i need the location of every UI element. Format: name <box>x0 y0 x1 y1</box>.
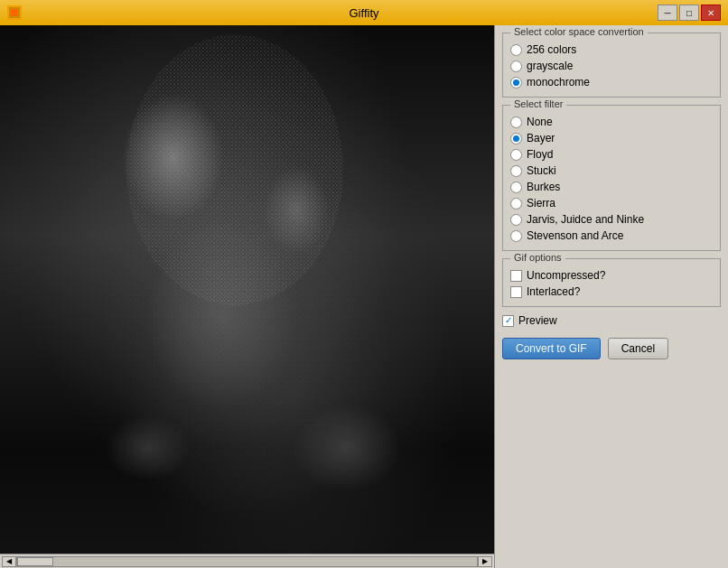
radio-monochrome-label: monochrome <box>527 76 590 88</box>
radio-grayscale-circle <box>510 61 522 72</box>
checkbox-interlaced-label: Interlaced? <box>527 285 580 298</box>
image-panel: ◀ ▶ <box>0 25 495 568</box>
preview-row[interactable]: Preview <box>502 314 721 327</box>
window-controls: ─ □ ✕ <box>658 5 721 21</box>
scroll-left-button[interactable]: ◀ <box>2 556 16 567</box>
radio-stevenson-circle <box>510 230 522 242</box>
checkbox-interlaced[interactable]: Interlaced? <box>510 284 713 299</box>
color-space-options: 256 colors grayscale monochrome <box>510 42 713 89</box>
button-row: Convert to GIF Cancel <box>502 338 721 359</box>
checkbox-uncompressed[interactable]: Uncompressed? <box>510 268 713 283</box>
window-body: ◀ ▶ Select color space convertion 256 co… <box>0 25 728 568</box>
title-bar: Giffity ─ □ ✕ <box>0 0 728 25</box>
preview-checkbox[interactable] <box>502 315 514 327</box>
radio-floyd[interactable]: Floyd <box>510 147 713 162</box>
gif-options-group: Gif options Uncompressed? Interlaced? <box>502 258 721 307</box>
color-space-group: Select color space convertion 256 colors… <box>502 33 721 98</box>
right-panel: Select color space convertion 256 colors… <box>495 25 728 568</box>
radio-grayscale[interactable]: grayscale <box>510 59 713 73</box>
color-space-title: Select color space convertion <box>510 26 648 37</box>
radio-sierra-circle <box>510 198 522 210</box>
radio-burkes-label: Burkes <box>527 181 560 193</box>
radio-stevenson[interactable]: Stevenson and Arce <box>510 228 713 243</box>
radio-bayer-label: Bayer <box>527 132 555 144</box>
radio-stucki-circle <box>510 165 522 177</box>
radio-none-circle <box>510 116 522 128</box>
svg-point-9 <box>99 116 370 477</box>
image-container <box>0 25 494 554</box>
maximize-button[interactable]: □ <box>679 5 699 21</box>
radio-stucki[interactable]: Stucki <box>510 163 713 178</box>
radio-none-label: None <box>527 116 553 128</box>
radio-burkes[interactable]: Burkes <box>510 180 713 194</box>
scrollbar-thumb[interactable] <box>17 557 53 566</box>
radio-jarvis-circle <box>510 214 522 226</box>
gif-options-content: Uncompressed? Interlaced? <box>510 268 713 299</box>
radio-none[interactable]: None <box>510 115 713 129</box>
radio-sierra-label: Sierra <box>527 197 555 210</box>
radio-jarvis[interactable]: Jarvis, Juidce and Ninke <box>510 212 713 227</box>
checkbox-interlaced-box <box>510 286 522 298</box>
close-button[interactable]: ✕ <box>701 5 721 21</box>
app-icon <box>7 5 22 20</box>
radio-bayer[interactable]: Bayer <box>510 131 713 145</box>
radio-grayscale-label: grayscale <box>527 60 573 72</box>
checkbox-uncompressed-label: Uncompressed? <box>527 269 605 282</box>
radio-256colors-label: 256 colors <box>527 43 576 56</box>
radio-256colors-circle <box>510 44 522 56</box>
checkbox-uncompressed-box <box>510 270 522 282</box>
radio-burkes-circle <box>510 182 522 193</box>
radio-floyd-circle <box>510 149 522 161</box>
minimize-button[interactable]: ─ <box>658 5 677 21</box>
convert-button[interactable]: Convert to GIF <box>502 338 601 359</box>
horizontal-scrollbar[interactable]: ◀ ▶ <box>0 554 494 568</box>
dither-overlay <box>0 25 494 554</box>
radio-256colors[interactable]: 256 colors <box>510 42 713 57</box>
gif-options-title: Gif options <box>510 252 565 263</box>
svg-rect-2 <box>11 9 18 16</box>
radio-stevenson-label: Stevenson and Arce <box>527 229 623 242</box>
radio-jarvis-label: Jarvis, Juidce and Ninke <box>527 213 644 226</box>
filter-title: Select filter <box>510 98 566 109</box>
cancel-button[interactable]: Cancel <box>608 338 668 359</box>
filter-options: None Bayer Floyd Stucki Burkes <box>510 115 713 243</box>
image-preview <box>0 25 494 554</box>
radio-sierra[interactable]: Sierra <box>510 196 713 210</box>
scroll-right-button[interactable]: ▶ <box>478 556 492 567</box>
radio-monochrome-circle <box>510 77 522 88</box>
preview-label: Preview <box>518 314 557 327</box>
radio-floyd-label: Floyd <box>527 148 553 161</box>
radio-bayer-circle <box>510 133 522 144</box>
window-title: Giffity <box>0 6 728 20</box>
radio-monochrome[interactable]: monochrome <box>510 75 713 89</box>
filter-group: Select filter None Bayer Floyd Stucki <box>502 105 721 251</box>
scrollbar-track[interactable] <box>16 556 478 567</box>
radio-stucki-label: Stucki <box>527 164 556 177</box>
